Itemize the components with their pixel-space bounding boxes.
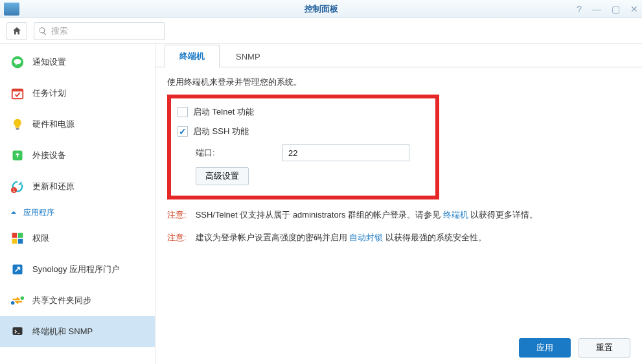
footer: 应用 重置 (155, 330, 642, 364)
upload-icon (10, 148, 25, 163)
search-input[interactable] (51, 26, 160, 36)
port-input[interactable] (282, 144, 409, 161)
sidebar-item-app-portal[interactable]: Synology 应用程序门户 (0, 254, 155, 285)
tab-panel: 使用终端机来登录并管理您的系统。 启动 Telnet 功能 启动 SSH 功能 … (155, 67, 642, 364)
note-label: 注意: (167, 209, 187, 222)
sidebar-item-notifications[interactable]: 通知设置 (0, 47, 155, 78)
sidebar: 通知设置 任务计划 硬件和电源 外接设备 1 更新和还原 应用程序 权限 Syn (0, 44, 155, 364)
sidebar-item-label: 通知设置 (32, 56, 66, 68)
search-box[interactable] (34, 22, 165, 40)
advanced-settings-button[interactable]: 高级设置 (196, 167, 249, 185)
terminal-link[interactable]: 终端机 (443, 210, 468, 220)
svg-rect-9 (18, 233, 23, 238)
home-icon (12, 26, 22, 36)
note-label: 注意: (167, 231, 187, 245)
sidebar-item-label: 外接设备 (32, 150, 66, 161)
topbar (0, 18, 642, 44)
apply-button[interactable]: 应用 (519, 338, 571, 358)
chat-icon (10, 55, 25, 69)
calendar-icon (10, 86, 25, 100)
sidebar-item-external-devices[interactable]: 外接设备 (0, 140, 155, 171)
telnet-label: 启动 Telnet 功能 (193, 106, 254, 118)
reset-button[interactable]: 重置 (579, 338, 630, 358)
tab-terminal[interactable]: 终端机 (165, 45, 220, 67)
telnet-checkbox[interactable] (178, 107, 188, 117)
maximize-icon[interactable]: ▢ (612, 4, 620, 14)
sidebar-item-label: 终端机和 SNMP (32, 326, 93, 337)
svg-rect-11 (18, 239, 23, 244)
sidebar-item-task-scheduler[interactable]: 任务计划 (0, 78, 155, 109)
svg-rect-15 (13, 327, 23, 335)
svg-rect-4 (16, 128, 19, 130)
sidebar-item-hardware-power[interactable]: 硬件和电源 (0, 109, 155, 140)
minimize-icon[interactable]: — (592, 4, 601, 14)
help-icon[interactable]: ? (577, 4, 582, 14)
sidebar-item-update-restore[interactable]: 1 更新和还原 (0, 171, 155, 202)
svg-point-13 (11, 301, 15, 305)
panel-description: 使用终端机来登录并管理您的系统。 (167, 76, 630, 88)
sidebar-item-label: 硬件和电源 (32, 119, 75, 130)
auto-block-link[interactable]: 自动封锁 (349, 233, 383, 242)
ssh-checkbox[interactable] (178, 126, 188, 137)
svg-rect-8 (12, 233, 17, 238)
svg-point-1 (14, 59, 21, 64)
note-1: 注意: SSH/Telnet 仅支持从属于 administrators 群组的… (167, 209, 630, 222)
home-button[interactable] (6, 22, 27, 40)
tabs: 终端机 SNMP (155, 44, 642, 67)
chevron-up-icon (10, 209, 17, 216)
sidebar-item-label: 共享文件夹同步 (32, 295, 91, 306)
sidebar-item-label: 更新和还原 (32, 181, 75, 192)
sidebar-item-label: 权限 (32, 233, 49, 244)
titlebar: 控制面板 ? — ▢ ✕ (0, 0, 642, 18)
sidebar-section-label: 应用程序 (23, 207, 54, 218)
sidebar-item-label: Synology 应用程序门户 (32, 264, 120, 275)
sidebar-item-shared-folder-sync[interactable]: 共享文件夹同步 (0, 285, 155, 316)
sidebar-item-label: 任务计划 (32, 87, 66, 99)
note-text: 建议为登录帐户设置高强度的密码并启用 自动封锁 以获得最强的系统安全性。 (196, 231, 487, 245)
sidebar-section-apps[interactable]: 应用程序 (0, 202, 155, 223)
svg-rect-3 (12, 89, 23, 92)
svg-rect-10 (12, 239, 17, 244)
tab-snmp[interactable]: SNMP (221, 46, 275, 67)
highlight-box: 启动 Telnet 功能 启动 SSH 功能 端口: 高级设置 (167, 95, 439, 199)
search-icon (38, 27, 47, 36)
ssh-label: 启动 SSH 功能 (193, 126, 249, 137)
svg-point-14 (21, 297, 25, 301)
port-label: 端口: (196, 147, 280, 159)
content-area: 终端机 SNMP 使用终端机来登录并管理您的系统。 启动 Telnet 功能 启… (155, 44, 642, 364)
app-icon (4, 3, 19, 16)
refresh-icon: 1 (10, 179, 25, 194)
sidebar-item-terminal-snmp[interactable]: 终端机和 SNMP (0, 316, 155, 347)
note-2: 注意: 建议为登录帐户设置高强度的密码并启用 自动封锁 以获得最强的系统安全性。 (167, 231, 630, 245)
portal-icon (10, 262, 25, 277)
bulb-icon (10, 117, 25, 131)
terminal-icon (10, 324, 25, 339)
privileges-icon (10, 231, 25, 245)
svg-text:1: 1 (13, 188, 16, 192)
close-icon[interactable]: ✕ (630, 4, 638, 14)
sidebar-item-privileges[interactable]: 权限 (0, 223, 155, 254)
window-title: 控制面板 (304, 3, 338, 15)
note-text: SSH/Telnet 仅支持从属于 administrators 群组的帐户登录… (196, 209, 538, 222)
sync-icon (10, 293, 25, 308)
